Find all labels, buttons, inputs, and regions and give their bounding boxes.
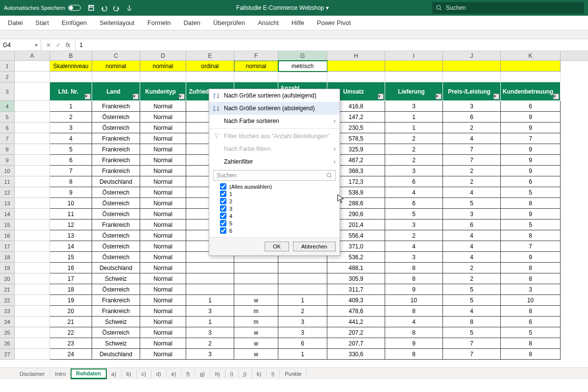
row-header[interactable]: 4: [0, 101, 15, 112]
cell[interactable]: Normal: [140, 209, 186, 220]
filter-button[interactable]: ▾: [179, 94, 185, 99]
cell[interactable]: 8: [501, 306, 561, 317]
cell[interactable]: 3: [385, 220, 443, 230]
cell[interactable]: Österreich: [92, 112, 140, 122]
cell[interactable]: [15, 61, 50, 72]
sheet-tab[interactable]: c): [137, 369, 151, 378]
cell[interactable]: [15, 349, 50, 360]
cell[interactable]: Schweiz: [92, 317, 140, 327]
row-header[interactable]: 21: [0, 284, 15, 295]
cell[interactable]: Normal: [140, 155, 186, 166]
cell[interactable]: Frankreich: [92, 295, 140, 306]
cell[interactable]: 8: [501, 338, 561, 349]
filter-select-all[interactable]: (Alles auswählen): [220, 183, 336, 190]
filter-option[interactable]: 2: [220, 197, 336, 205]
cell[interactable]: Normal: [140, 273, 186, 284]
cell[interactable]: [278, 263, 327, 273]
cell[interactable]: [234, 284, 278, 295]
sheet-tab[interactable]: a): [106, 369, 122, 378]
undo-icon[interactable]: [100, 4, 107, 11]
sort-ascending[interactable]: AZ Nach Größe sortieren (aufsteigend): [209, 89, 340, 102]
cell[interactable]: 330,6: [327, 349, 385, 360]
cell[interactable]: 207,2: [327, 327, 385, 338]
cell[interactable]: Normal: [140, 284, 186, 295]
cell[interactable]: [15, 209, 50, 220]
cell[interactable]: 9: [501, 155, 561, 166]
row-header[interactable]: 8: [0, 144, 15, 155]
cell[interactable]: Deutschland: [92, 349, 140, 360]
row-header[interactable]: 14: [0, 209, 15, 220]
sheet-tab[interactable]: b): [122, 369, 137, 378]
cell[interactable]: w: [234, 338, 278, 349]
cell[interactable]: 6: [443, 112, 501, 122]
cell[interactable]: 488,1: [327, 263, 385, 273]
cell[interactable]: w: [234, 295, 278, 306]
cell[interactable]: 8: [501, 230, 561, 241]
filter-button[interactable]: ▾: [436, 94, 441, 99]
cell[interactable]: 6: [501, 101, 561, 112]
cell[interactable]: 9: [385, 284, 443, 295]
cell[interactable]: 9: [501, 112, 561, 122]
cell[interactable]: Normal: [140, 144, 186, 155]
enter-icon[interactable]: ✓: [56, 42, 61, 49]
cell[interactable]: [15, 273, 50, 284]
row-header[interactable]: 24: [0, 317, 15, 327]
ribbon-tab[interactable]: Power Pivot: [312, 17, 356, 28]
row-header[interactable]: 5: [0, 112, 15, 122]
cell[interactable]: 5: [443, 198, 501, 209]
cell[interactable]: 4: [385, 187, 443, 198]
cell[interactable]: [278, 72, 327, 82]
cell[interactable]: Österreich: [92, 241, 140, 252]
cell[interactable]: 7: [443, 144, 501, 155]
cell[interactable]: Normal: [140, 349, 186, 360]
row-header[interactable]: 3: [0, 82, 15, 101]
cell[interactable]: [15, 230, 50, 241]
row-header[interactable]: 9: [0, 155, 15, 166]
cell[interactable]: m: [234, 317, 278, 327]
ribbon-tab[interactable]: Seitenlayout: [95, 17, 140, 28]
cell[interactable]: 1: [50, 101, 92, 112]
cell[interactable]: 9: [385, 338, 443, 349]
table-header[interactable]: Kundentyp▾: [140, 82, 186, 101]
cell[interactable]: 8: [50, 176, 92, 187]
cell[interactable]: Normal: [140, 295, 186, 306]
filter-button[interactable]: ▾: [133, 94, 139, 99]
cell[interactable]: 8: [501, 263, 561, 273]
cell[interactable]: 9: [501, 144, 561, 155]
cell[interactable]: Normal: [140, 112, 186, 122]
cell[interactable]: 4: [443, 230, 501, 241]
cell[interactable]: Normal: [140, 166, 186, 176]
cell[interactable]: 4: [385, 241, 443, 252]
cell[interactable]: 9: [501, 122, 561, 133]
cell[interactable]: 1: [278, 349, 327, 360]
cell[interactable]: 6: [278, 338, 327, 349]
cell[interactable]: 9: [50, 187, 92, 198]
cell[interactable]: Frankreich: [92, 166, 140, 176]
cell[interactable]: 10: [385, 295, 443, 306]
sheet-tab[interactable]: l): [267, 369, 280, 378]
ribbon-tab[interactable]: Überprüfen: [208, 17, 250, 28]
spreadsheet-grid[interactable]: ABCDEFGHIJK 1Skalenniveaunominalnominalo…: [0, 51, 588, 379]
row-header[interactable]: 19: [0, 263, 15, 273]
filter-search[interactable]: Suchen: [213, 170, 336, 181]
cell[interactable]: nominal: [92, 61, 140, 72]
cell[interactable]: Normal: [140, 252, 186, 263]
cancel-button[interactable]: Abbrechen: [293, 242, 336, 251]
cell[interactable]: 5: [385, 209, 443, 220]
sheet-tab[interactable]: d): [151, 369, 167, 378]
table-header[interactable]: Kundenbetreuung▾: [501, 82, 561, 101]
cell[interactable]: 1: [278, 295, 327, 306]
sheet-tab[interactable]: Rohdaten: [71, 369, 106, 379]
cell[interactable]: 3: [385, 166, 443, 176]
sheet-tab[interactable]: Disclaimer: [15, 369, 50, 378]
cell[interactable]: 3: [385, 101, 443, 112]
cell[interactable]: [15, 327, 50, 338]
cell[interactable]: [234, 263, 278, 273]
ribbon-tab[interactable]: Ansicht: [253, 17, 284, 28]
cell[interactable]: 5: [443, 327, 501, 338]
cell[interactable]: [501, 61, 561, 72]
cell[interactable]: [15, 155, 50, 166]
column-header[interactable]: A: [15, 51, 50, 60]
cell[interactable]: 10: [50, 198, 92, 209]
cell[interactable]: 3: [278, 327, 327, 338]
